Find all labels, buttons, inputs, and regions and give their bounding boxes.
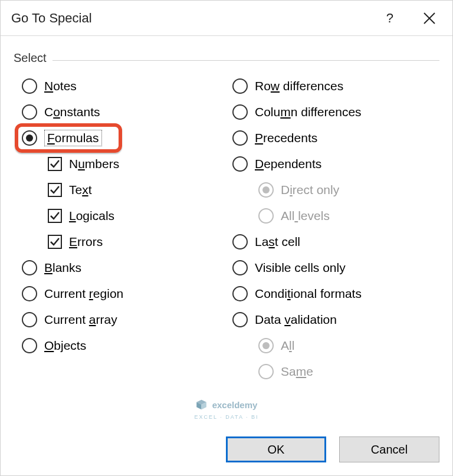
radio-icon: [232, 286, 248, 301]
window-buttons: ?: [386, 11, 452, 26]
radio-icon: [22, 338, 37, 353]
radio-icon: [258, 208, 274, 224]
option-condf[interactable]: Conditional formats: [232, 281, 439, 307]
option-formulas[interactable]: Formulas: [22, 125, 229, 151]
option-coldiff[interactable]: Column differences: [232, 99, 439, 125]
option-same: Same: [232, 359, 439, 385]
option-direct-label: Direct only: [281, 183, 339, 197]
dialog-title: Go To Special: [11, 11, 92, 26]
option-direct: Direct only: [232, 177, 439, 203]
option-constants[interactable]: Constants: [22, 99, 229, 125]
check-icon: [48, 209, 62, 223]
options-columns: NotesConstantsFormulasNumbersTextLogical…: [14, 65, 439, 385]
option-errors[interactable]: Errors: [22, 229, 229, 255]
cancel-button[interactable]: Cancel: [339, 436, 439, 462]
watermark-brand: exceldemy: [212, 400, 258, 410]
dialog-footer: OK Cancel: [1, 434, 452, 475]
option-rowdiff-label: Row differences: [255, 79, 343, 93]
options-right-column: Row differencesColumn differencesPrecede…: [229, 73, 439, 385]
option-text-label: Text: [69, 183, 92, 197]
radio-icon: [22, 78, 37, 94]
watermark: exceldemy EXCEL · DATA · BI: [195, 399, 259, 420]
option-condf-label: Conditional formats: [255, 287, 362, 301]
option-rowdiff[interactable]: Row differences: [232, 73, 439, 99]
option-datav-label: Data validation: [255, 313, 337, 327]
goto-special-dialog: Go To Special ? Select NotesConstantsFor…: [0, 0, 453, 476]
option-visible[interactable]: Visible cells only: [232, 255, 439, 281]
svg-marker-3: [196, 402, 201, 410]
option-logicals-label: Logicals: [69, 209, 114, 223]
radio-icon: [258, 182, 274, 198]
option-formulas-label: Formulas: [44, 130, 102, 146]
option-notes[interactable]: Notes: [22, 73, 229, 99]
option-curarr-label: Current array: [44, 313, 117, 327]
option-errors-label: Errors: [69, 235, 103, 249]
help-button[interactable]: ?: [386, 11, 393, 26]
radio-icon: [22, 260, 37, 275]
close-icon: [423, 12, 436, 25]
option-curreg-label: Current region: [44, 287, 123, 301]
option-visible-label: Visible cells only: [255, 261, 346, 275]
radio-icon: [22, 130, 37, 146]
check-icon: [48, 157, 62, 171]
option-all: All: [232, 333, 439, 359]
select-group: Select NotesConstantsFormulasNumbersText…: [14, 47, 439, 385]
dialog-body: Select NotesConstantsFormulasNumbersText…: [1, 36, 452, 434]
svg-marker-4: [202, 402, 206, 410]
option-curarr[interactable]: Current array: [22, 307, 229, 333]
check-icon: [48, 183, 62, 197]
option-numbers-label: Numbers: [69, 157, 119, 171]
titlebar: Go To Special ?: [1, 1, 452, 36]
option-dep[interactable]: Dependents: [232, 151, 439, 177]
option-objects[interactable]: Objects: [22, 333, 229, 359]
radio-icon: [22, 286, 37, 301]
option-all-label: All: [281, 339, 294, 353]
option-constants-label: Constants: [44, 105, 100, 119]
radio-icon: [22, 312, 37, 327]
option-dep-label: Dependents: [255, 157, 321, 171]
radio-icon: [232, 78, 248, 94]
ok-button[interactable]: OK: [226, 436, 326, 462]
option-lastcell[interactable]: Last cell: [232, 229, 439, 255]
option-datav[interactable]: Data validation: [232, 307, 439, 333]
option-blanks[interactable]: Blanks: [22, 255, 229, 281]
radio-icon: [22, 104, 37, 120]
option-notes-label: Notes: [44, 79, 77, 93]
svg-marker-2: [196, 400, 206, 405]
watermark-logo-icon: [196, 399, 208, 411]
check-icon: [48, 235, 62, 249]
option-coldiff-label: Column differences: [255, 105, 362, 119]
radio-icon: [258, 364, 274, 379]
radio-icon: [232, 156, 248, 172]
group-label: Select: [14, 51, 52, 65]
option-prec-label: Precedents: [255, 131, 317, 145]
close-button[interactable]: [423, 12, 436, 25]
option-alllev: All levels: [232, 203, 439, 229]
option-objects-label: Objects: [44, 339, 86, 353]
radio-icon: [232, 130, 248, 146]
option-logicals[interactable]: Logicals: [22, 203, 229, 229]
option-text[interactable]: Text: [22, 177, 229, 203]
options-left-column: NotesConstantsFormulasNumbersTextLogical…: [14, 73, 229, 385]
radio-icon: [258, 338, 274, 353]
option-same-label: Same: [281, 365, 313, 379]
radio-icon: [232, 234, 248, 250]
radio-icon: [232, 260, 248, 275]
option-numbers[interactable]: Numbers: [22, 151, 229, 177]
option-lastcell-label: Last cell: [255, 235, 300, 249]
watermark-sub: EXCEL · DATA · BI: [195, 414, 259, 420]
radio-icon: [232, 312, 248, 327]
radio-icon: [232, 104, 248, 120]
option-prec[interactable]: Precedents: [232, 125, 439, 151]
option-blanks-label: Blanks: [44, 261, 81, 275]
option-alllev-label: All levels: [281, 209, 330, 223]
option-curreg[interactable]: Current region: [22, 281, 229, 307]
group-separator: [14, 60, 439, 61]
